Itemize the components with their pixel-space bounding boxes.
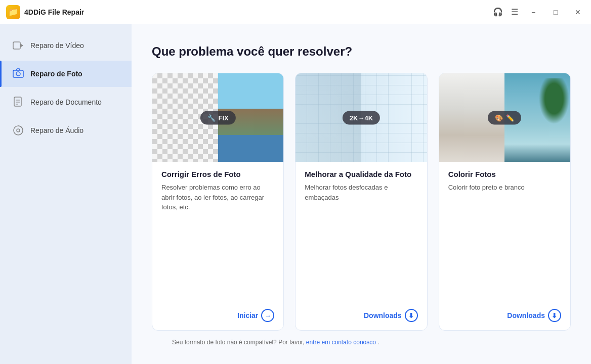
action-download-colorir: ⬇ (548, 309, 561, 322)
card-body-colorir: Colorir Fotos Colorir foto preto e branc… (439, 162, 570, 303)
card-badge-melhorar: 2K→4K (343, 111, 380, 124)
pencil-icon: ✏️ (506, 114, 514, 121)
app-logo: 📁 (6, 5, 20, 19)
sidebar-item-documento[interactable]: Reparo de Documento (0, 89, 132, 115)
card-badge-colorir: 🎨 ✏️ (488, 111, 521, 124)
card-desc-colorir: Colorir foto preto e branco (448, 183, 561, 297)
footer-contact-link[interactable]: entre em contato conosco (306, 339, 376, 346)
titlebar-controls: 🎧 ☰ − □ ✕ (493, 5, 585, 19)
svg-point-9 (17, 129, 20, 132)
card-image-melhorar: 2K→4K (296, 73, 427, 162)
headphone-icon[interactable]: 🎧 (493, 7, 503, 17)
footer-end: . (377, 339, 379, 346)
titlebar-left: 📁 4DDiG File Repair (6, 5, 84, 19)
card-action-melhorar[interactable]: Downloads ⬇ (296, 303, 427, 330)
video-icon (12, 39, 24, 52)
svg-rect-2 (13, 70, 23, 77)
action-arrow-corrigir: → (261, 309, 274, 322)
svg-marker-1 (20, 43, 23, 48)
card-action-colorir[interactable]: Downloads ⬇ (439, 303, 570, 330)
card-desc-melhorar: Melhorar fotos desfocadas e embaçadas (305, 183, 417, 297)
card-image-corrigir: 🔧 FIX (152, 73, 283, 162)
titlebar: 📁 4DDiG File Repair 🎧 ☰ − □ ✕ (0, 0, 591, 24)
card-badge-corrigir: 🔧 FIX (200, 111, 236, 124)
action-label-colorir: Downloads (507, 311, 545, 320)
palette-icon: 🎨 (495, 114, 503, 121)
badge-text-melhorar: 2K→4K (350, 114, 373, 121)
svg-rect-0 (13, 42, 20, 49)
card-body-melhorar: Melhorar a Qualidade da Foto Melhorar fo… (296, 162, 427, 303)
card-action-corrigir[interactable]: Iniciar → (152, 303, 283, 330)
sidebar-label-video: Reparo de Vídeo (30, 41, 84, 50)
colorir-tree (539, 78, 569, 129)
card-title-corrigir: Corrigir Erros de Foto (161, 170, 274, 178)
card-desc-corrigir: Resolver problemas como erro ao abrir fo… (161, 183, 274, 297)
card-image-colorir: 🎨 ✏️ (439, 73, 570, 162)
badge-text-corrigir: FIX (219, 114, 229, 121)
content-area: Que problema você quer resolver? 🔧 FIX C… (132, 24, 591, 364)
sidebar-label-audio: Reparo de Áudio (30, 126, 83, 134)
audio-icon (12, 124, 24, 136)
foto-icon (12, 68, 24, 80)
card-melhorar: 2K→4K Melhorar a Qualidade da Foto Melho… (295, 73, 427, 331)
card-body-corrigir: Corrigir Erros de Foto Resolver problema… (152, 162, 283, 303)
footer: Seu formato de foto não é compatível? Po… (152, 331, 571, 354)
card-corrigir: 🔧 FIX Corrigir Erros de Foto Resolver pr… (152, 73, 284, 331)
sidebar-label-documento: Reparo de Documento (30, 98, 102, 106)
cards-grid: 🔧 FIX Corrigir Erros de Foto Resolver pr… (152, 73, 571, 331)
close-button[interactable]: ✕ (571, 5, 585, 19)
maximize-button[interactable]: □ (548, 5, 563, 19)
minimize-button[interactable]: − (526, 5, 540, 19)
card-colorir: 🎨 ✏️ Colorir Fotos Colorir foto preto e … (439, 73, 571, 331)
sidebar-label-foto: Reparo de Foto (30, 70, 82, 78)
app-title: 4DDiG File Repair (24, 8, 84, 16)
footer-text: Seu formato de foto não é compatível? Po… (172, 339, 306, 346)
main-layout: Reparo de Vídeo Reparo de Foto (0, 24, 591, 364)
sidebar: Reparo de Vídeo Reparo de Foto (0, 24, 132, 364)
svg-point-3 (16, 72, 20, 76)
documento-icon (12, 96, 24, 108)
action-download-melhorar: ⬇ (405, 309, 418, 322)
action-label-corrigir: Iniciar (237, 311, 258, 320)
sidebar-item-foto[interactable]: Reparo de Foto (0, 61, 132, 87)
card-title-colorir: Colorir Fotos (448, 170, 561, 178)
page-title: Que problema você quer resolver? (152, 44, 571, 59)
card-title-melhorar: Melhorar a Qualidade da Foto (305, 170, 417, 178)
sidebar-item-audio[interactable]: Reparo de Áudio (0, 117, 132, 144)
svg-rect-4 (14, 97, 21, 106)
action-label-melhorar: Downloads (364, 311, 402, 320)
sidebar-item-video[interactable]: Reparo de Vídeo (0, 32, 132, 59)
menu-icon[interactable]: ☰ (511, 7, 518, 17)
wrench-icon: 🔧 (207, 114, 216, 121)
